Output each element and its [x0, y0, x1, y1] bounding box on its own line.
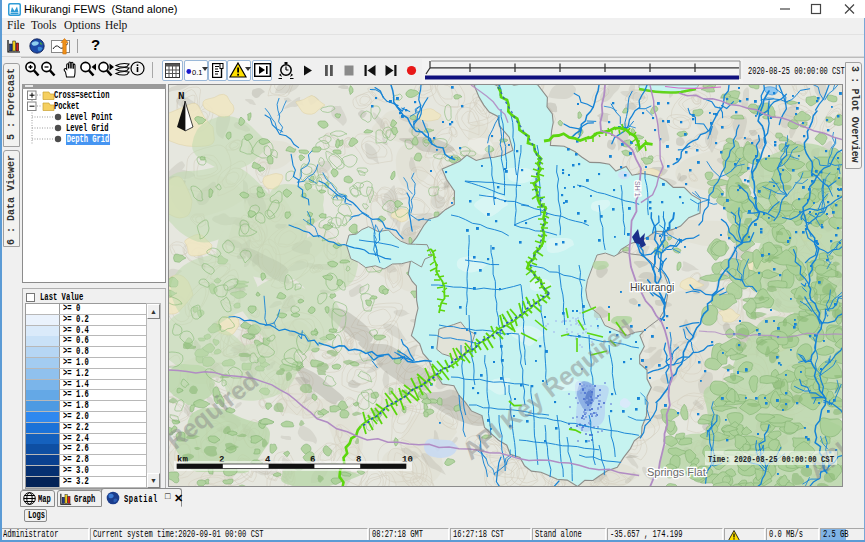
- svg-text:Time: 2020-08-25 00:00:00 CST: Time: 2020-08-25 00:00:00 CST: [708, 454, 834, 465]
- svg-text:Springs Flat: Springs Flat: [647, 466, 706, 478]
- svg-text:SH 1: SH 1: [634, 181, 641, 197]
- svg-text:N: N: [178, 90, 185, 102]
- svg-text:Hikurangi: Hikurangi: [630, 281, 674, 293]
- svg-text:0.1: 0.1: [192, 68, 202, 77]
